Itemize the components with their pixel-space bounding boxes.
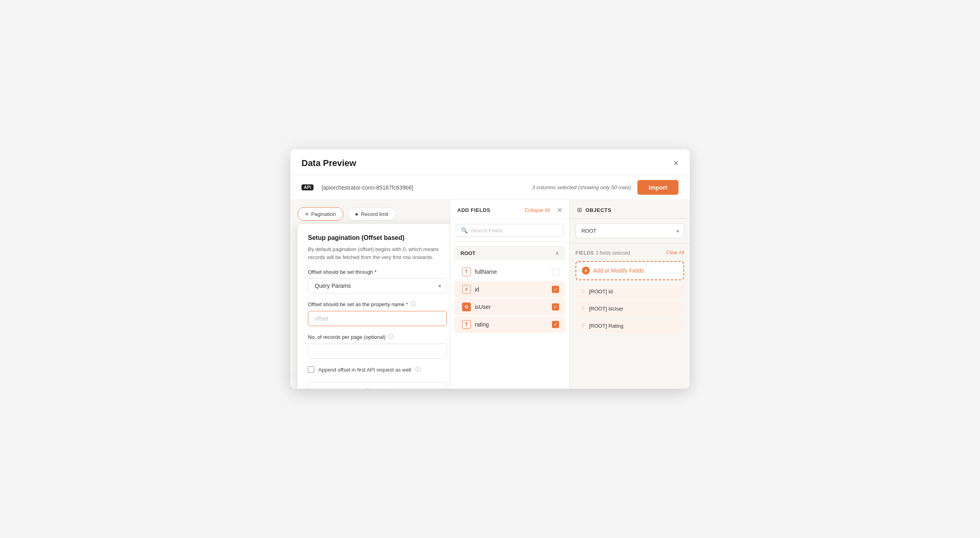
offset-name-label: Offset should be set as the property nam… xyxy=(308,301,408,307)
modal-subheader: API [apiorchestrator-conn-85167fc639b6] … xyxy=(290,175,690,200)
modal-body: ≡ Pagination ● Record limit 1 2 3 4 5 6 … xyxy=(290,200,690,389)
field-type-icon-rating: T xyxy=(462,320,471,329)
collapse-all-button[interactable]: Collapse All xyxy=(525,208,550,213)
fields-label-row: FIELDS 3 fields selected Clear All xyxy=(575,249,684,256)
add-modify-label: Add or Modify Fields xyxy=(593,267,644,274)
offset-through-select-wrapper: Query Params ▾ xyxy=(308,278,447,293)
subheader-right: 3 columns selected (showing only 50 rows… xyxy=(532,180,678,195)
add-modify-icon: + xyxy=(582,267,590,275)
record-limit-icon: ● xyxy=(355,211,358,217)
root-header[interactable]: ROOT ∧ xyxy=(454,246,565,260)
tab-record-limit[interactable]: ● Record limit xyxy=(347,207,396,221)
api-badge: API xyxy=(302,184,313,190)
field-name-isuser: isUser xyxy=(475,304,491,310)
object-field-name-isuser: [ROOT] IsUser xyxy=(589,306,623,312)
pagination-popup: Setup pagination (Offset based) By defau… xyxy=(298,224,450,389)
field-name-fullname: fullName xyxy=(475,269,497,275)
objects-panel-header: ⊞ OBJECTS xyxy=(570,200,690,219)
append-offset-label: Append offset in first API request as we… xyxy=(318,367,411,373)
tab-record-limit-label: Record limit xyxy=(361,211,389,217)
append-offset-checkbox[interactable] xyxy=(308,366,314,373)
field-checkbox-id[interactable]: ✓ xyxy=(552,286,559,293)
field-left-id: # id xyxy=(462,285,479,294)
root-label: ROOT xyxy=(460,250,476,256)
search-input-wrap: 🔍 xyxy=(456,224,564,237)
field-name-rating: rating xyxy=(475,321,489,328)
field-checkbox-fullname[interactable] xyxy=(552,268,559,275)
field-left-isuser: ⊙ isUser xyxy=(462,303,491,311)
field-row-fullname[interactable]: T fullName xyxy=(454,263,565,280)
records-per-page-input[interactable] xyxy=(308,344,447,359)
field-left-fullname: T fullName xyxy=(462,267,497,276)
add-modify-button[interactable]: + Add or Modify Fields xyxy=(575,261,684,280)
search-fields-input[interactable] xyxy=(471,227,559,233)
field-type-icon-fullname: T xyxy=(462,267,471,276)
tab-pagination-label: Pagination xyxy=(311,211,335,217)
field-checkbox-rating[interactable]: ✓ xyxy=(552,321,559,328)
add-fields-title: ADD FIELDS xyxy=(457,207,490,213)
field-left-rating: T rating xyxy=(462,320,489,329)
modal-title: Data Preview xyxy=(302,158,356,168)
fields-section: ROOT ∧ T fullName # id xyxy=(450,242,569,389)
drag-icon-rating[interactable]: ⠿ xyxy=(581,323,585,329)
object-field-name-id: [ROOT] Id xyxy=(589,289,613,295)
field-row-rating[interactable]: T rating ✓ xyxy=(454,316,565,333)
left-panel: ≡ Pagination ● Record limit 1 2 3 4 5 6 … xyxy=(290,200,450,389)
modal: Data Preview × API [apiorchestrator-conn… xyxy=(290,149,690,389)
modal-header: Data Preview × xyxy=(290,149,690,175)
add-fields-close-icon[interactable]: ✕ xyxy=(557,206,562,214)
add-fields-panel: ADD FIELDS Collapse All ✕ 🔍 ROOT ∧ xyxy=(450,200,570,389)
connection-info: API [apiorchestrator-conn-85167fc639b6] xyxy=(302,184,413,191)
fields-selected-count: 3 fields selected xyxy=(596,250,630,256)
fields-section-right: FIELDS 3 fields selected Clear All + Add… xyxy=(570,243,690,336)
field-row-id[interactable]: # id ✓ xyxy=(454,281,565,298)
connection-name: [apiorchestrator-conn-85167fc639b6] xyxy=(321,184,413,191)
tab-row: ≡ Pagination ● Record limit xyxy=(290,207,450,226)
clear-all-button[interactable]: Clear All xyxy=(666,250,684,255)
fields-label-group: FIELDS 3 fields selected xyxy=(575,249,630,256)
offset-name-input[interactable] xyxy=(308,311,447,326)
close-icon[interactable]: × xyxy=(673,159,678,168)
offset-name-info-icon[interactable]: ⓘ xyxy=(411,301,416,308)
offset-name-label-row: Offset should be set as the property nam… xyxy=(308,301,447,308)
objects-title: OBJECTS xyxy=(585,207,611,213)
object-field-name-rating: [ROOT] Rating xyxy=(589,323,623,329)
drag-icon-id[interactable]: ⠿ xyxy=(581,289,585,295)
fields-label: FIELDS xyxy=(575,250,594,256)
objects-panel: ⊞ OBJECTS ROOT ▾ FIELDS 3 fields selecte… xyxy=(570,200,690,389)
offset-through-select[interactable]: Query Params xyxy=(308,278,447,293)
field-type-icon-id: # xyxy=(462,285,471,294)
root-select[interactable]: ROOT xyxy=(575,224,684,238)
object-field-id: ⠿ [ROOT] Id xyxy=(575,284,684,299)
field-type-icon-isuser: ⊙ xyxy=(462,303,471,311)
append-offset-info-icon[interactable]: ⓘ xyxy=(415,366,421,373)
append-offset-row: Append offset in first API request as we… xyxy=(308,366,447,373)
field-row-isuser[interactable]: ⊙ isUser ✓ xyxy=(454,299,565,315)
object-field-rating: ⠿ [ROOT] Rating xyxy=(575,318,684,333)
popup-description: By default pagination (offset) begins wi… xyxy=(308,245,447,261)
pagination-icon: ≡ xyxy=(305,211,308,217)
import-button[interactable]: Import xyxy=(637,180,678,195)
table-icon: ⊞ xyxy=(577,206,582,214)
rows-info: 3 columns selected (showing only 50 rows… xyxy=(532,184,631,190)
tab-pagination[interactable]: ≡ Pagination xyxy=(298,207,343,221)
panel-header-actions: Collapse All ✕ xyxy=(525,206,562,214)
add-fields-panel-header: ADD FIELDS Collapse All ✕ xyxy=(450,200,569,219)
records-per-page-info-icon[interactable]: ⓘ xyxy=(388,333,393,340)
field-name-id: id xyxy=(475,286,479,293)
offset-through-label: Offset should be set through * xyxy=(308,269,447,275)
chevron-up-icon: ∧ xyxy=(555,250,559,256)
popup-title: Setup pagination (Offset based) xyxy=(308,234,447,241)
records-per-page-label: No. of records per page (optional) xyxy=(308,334,385,340)
paginate-button[interactable]: Paginate xyxy=(308,382,447,389)
search-icon: 🔍 xyxy=(461,227,468,233)
records-per-page-label-row: No. of records per page (optional) ⓘ xyxy=(308,333,447,340)
root-select-wrapper: ROOT ▾ xyxy=(570,219,690,243)
object-field-isuser: ⠿ [ROOT] IsUser xyxy=(575,301,684,316)
field-checkbox-isuser[interactable]: ✓ xyxy=(552,303,559,311)
search-wrapper: 🔍 xyxy=(450,219,569,242)
drag-icon-isuser[interactable]: ⠿ xyxy=(581,306,585,312)
